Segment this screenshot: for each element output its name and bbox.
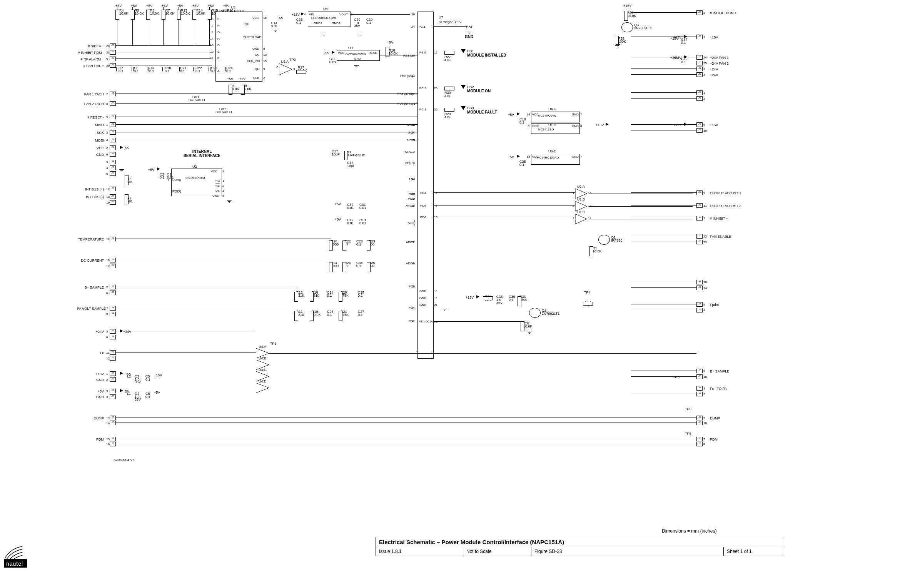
signal-name: +24V — [710, 73, 718, 77]
titleblock-title: Electrical Schematic – Power Module Cont… — [376, 537, 784, 547]
svg-marker-7 — [256, 383, 269, 393]
connector-ref: J6 — [696, 190, 703, 195]
connector-ref: J6 — [696, 90, 703, 95]
cap-val: 0.1 — [211, 69, 216, 73]
ic-u5-ref: U5 — [231, 5, 235, 9]
signal-name: GND — [77, 378, 104, 382]
connector-ref: J7 — [110, 356, 116, 361]
connector-ref: J6 — [110, 264, 116, 268]
connector-ref: J6 — [696, 280, 703, 284]
connector-ref: J7 — [110, 194, 116, 199]
signal-name: +24V — [77, 330, 104, 334]
driver-u1c — [575, 214, 589, 224]
section-title: INTERNALSERIAL INTERFACE — [171, 149, 233, 158]
signal-name: +24V — [710, 67, 718, 71]
connector-ref: J7 — [110, 421, 116, 425]
titleblock-issue: Issue 1.8.1 — [376, 547, 463, 556]
logo-text: nautel — [6, 561, 23, 567]
connector-ref: J7 — [110, 442, 116, 446]
resistor — [115, 10, 119, 20]
connector-ref: J2 — [696, 421, 703, 425]
rail-5v: +5V — [115, 4, 122, 8]
connector-ref: J1 — [110, 145, 116, 150]
dimensions-note: Dimensions = mm (inches) — [662, 528, 716, 534]
resistor — [192, 10, 196, 20]
connector-ref: J7 — [110, 92, 116, 96]
signal-name: PA VOLT SAMPLE — [77, 307, 104, 311]
ic-u7-ref: U7 — [439, 15, 443, 19]
cap-val: 0.1 — [180, 69, 185, 73]
connector-ref: J4 — [110, 171, 116, 176]
connector-ref: J1 — [110, 115, 116, 119]
resistor-val: 10.0K — [165, 12, 175, 15]
connector-ref: J2 — [696, 302, 703, 307]
signal-name: FAN ENABLE — [710, 235, 731, 239]
connector-ref: J7 — [110, 101, 116, 106]
signal-name: # INHIBIT PDM + — [710, 11, 737, 15]
connector-ref: J7 — [110, 389, 116, 393]
connector-ref: J6 — [696, 203, 703, 208]
tp3-label: GND — [465, 35, 473, 39]
svg-marker-0 — [279, 63, 292, 75]
connector-ref: J1 — [110, 122, 116, 127]
connector-ref: J4 — [696, 386, 703, 391]
signal-name: B+ SAMPLE — [710, 369, 729, 373]
ic-u7-part: ATmega8-16AI — [439, 20, 462, 24]
signal-name: Fpdm — [710, 303, 719, 307]
ic-u5 — [215, 12, 262, 82]
connector-ref: J6 — [696, 216, 703, 220]
connector-ref: J7 — [110, 377, 116, 382]
rail-5v: +5V — [208, 4, 214, 8]
resistor-val: 10.0K — [181, 12, 190, 15]
connector-ref: J4 — [110, 57, 116, 61]
rail-5v: +5V — [177, 4, 183, 8]
signal-name: PDM — [710, 438, 718, 441]
titleblock-figure: Figure SD-23 — [531, 547, 724, 556]
connector-ref: J7 — [110, 329, 116, 334]
cap-val: 0.1 — [165, 69, 170, 73]
ic-u5-part: MC74HC165AD — [219, 9, 244, 13]
cap-val: 0.1 — [195, 69, 200, 73]
connector-ref: J2 — [696, 308, 703, 312]
led-ds3 — [461, 106, 466, 110]
led-ds1 — [461, 49, 466, 53]
connector-ref: J7 — [110, 200, 116, 205]
signal-name: # INHIBIT PDM - — [77, 51, 104, 55]
cap-val: 0.1 — [149, 69, 154, 73]
connector-ref: J7 — [696, 61, 703, 65]
signal-name: INT BUS (+) — [77, 187, 104, 191]
signal-name: DUMP — [77, 416, 104, 420]
connector-ref: J7 — [110, 394, 116, 399]
connector-ref: J2 — [696, 35, 703, 39]
rail-5v: +5V — [146, 4, 152, 8]
resistor — [146, 10, 150, 20]
led-ds2-label: MODULE ON — [467, 89, 491, 93]
connector-ref: J6 — [110, 258, 116, 262]
connector-ref: J7 — [696, 240, 703, 244]
connector-ref: J6 — [110, 63, 116, 68]
tp3-ref: TP3 — [466, 25, 472, 29]
signal-name: # RF ALARM + — [77, 57, 104, 61]
resistor — [162, 10, 165, 20]
signal-name: GND — [77, 153, 104, 157]
svg-marker-3 — [575, 214, 587, 224]
signal-name: DC CURRENT — [77, 259, 104, 262]
signal-name: FAN 2 TACH — [77, 102, 104, 106]
connector-ref: J7 — [696, 369, 703, 373]
rail-5v: +5V — [277, 16, 283, 20]
signal-name: VCC — [77, 146, 104, 150]
buffer-u4d — [256, 383, 271, 393]
connector-ref: J6 — [696, 72, 703, 77]
signal-name: Fc - TO PA — [710, 387, 727, 391]
connector-ref: J7 — [110, 50, 116, 55]
signal-name: TEMPERATURE — [77, 237, 104, 241]
connector-ref: J6 — [696, 96, 703, 101]
signal-name: # RESET - — [77, 115, 104, 119]
signal-name: DUMP — [710, 416, 720, 420]
mosfet-q2 — [529, 308, 541, 318]
signal-name: GND — [77, 395, 104, 399]
cap-val: 0.1 — [134, 69, 139, 73]
rail-5v: +5V — [131, 4, 137, 8]
led-ds2 — [461, 85, 466, 89]
signal-name: +15V — [710, 35, 718, 39]
